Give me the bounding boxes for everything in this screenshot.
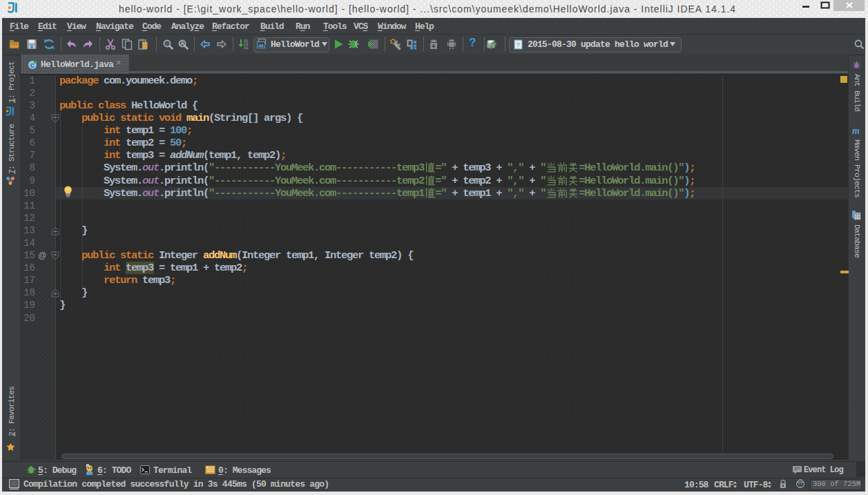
svg-text:?: ?	[517, 41, 520, 48]
svg-text:A: A	[180, 40, 184, 47]
svg-text:e: e	[87, 465, 89, 468]
svg-text:01: 01	[244, 46, 249, 50]
